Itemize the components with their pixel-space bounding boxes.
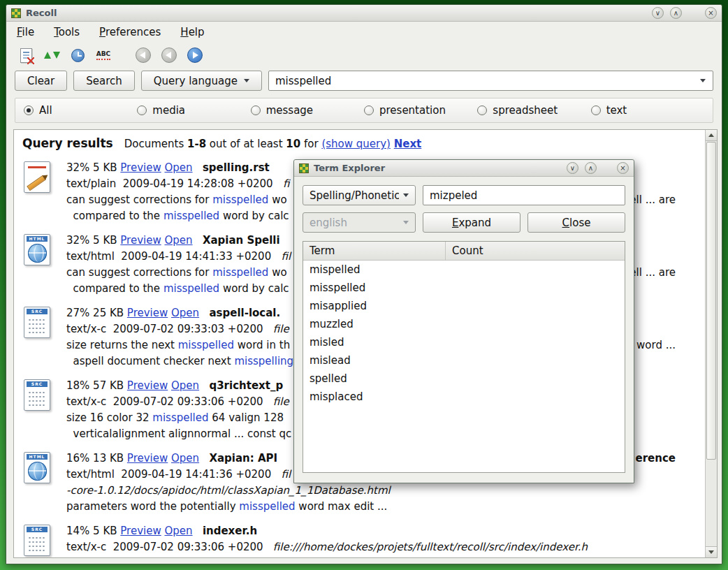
- open-link[interactable]: Open: [165, 161, 193, 174]
- query-language-button[interactable]: Query language: [141, 71, 262, 91]
- expand-button[interactable]: Expand: [423, 212, 520, 233]
- filter-presentation[interactable]: presentation: [364, 104, 477, 117]
- rolldown-button[interactable]: ∨: [567, 162, 578, 174]
- menu-file[interactable]: File: [17, 26, 34, 38]
- line-left: 16% 13 KB Preview Open Xapian: API: [66, 451, 277, 467]
- term-row[interactable]: mislead: [303, 351, 625, 370]
- term-row[interactable]: mispelled: [303, 261, 625, 279]
- preview-link[interactable]: Preview: [120, 525, 161, 537]
- text-segment: compared to the: [66, 282, 163, 295]
- term-row[interactable]: misapplied: [303, 297, 625, 315]
- text-segment: text/html 2009-04-19 14:41:36 +0200: [66, 468, 282, 481]
- term-column-header[interactable]: Term: [303, 242, 446, 260]
- menu-preferences[interactable]: Preferences: [99, 26, 161, 38]
- count-column-header[interactable]: Count: [446, 244, 625, 257]
- result-body: 14% 5 KB Preview Open indexer.htext/x-c …: [66, 523, 699, 556]
- preview-link[interactable]: Preview: [127, 307, 168, 319]
- text-segment: misspelling: [234, 355, 293, 367]
- text-segment: compared to the: [66, 210, 163, 222]
- rollup-button[interactable]: ∧: [670, 7, 682, 19]
- query-combobox-dropdown[interactable]: [696, 71, 710, 90]
- open-link[interactable]: Open: [171, 307, 199, 319]
- close-button[interactable]: Close: [527, 212, 625, 233]
- menu-help[interactable]: Help: [180, 26, 204, 38]
- scroll-up-button[interactable]: [706, 130, 717, 141]
- term-input[interactable]: mizpeled: [423, 185, 625, 205]
- filter-label: All: [39, 104, 52, 117]
- text-segment: misspelled: [178, 339, 234, 351]
- radio-icon: [137, 105, 147, 115]
- expansion-mode-value: Spelling/Phonetic: [310, 189, 399, 202]
- prev-page-icon[interactable]: [159, 45, 179, 65]
- result-title: spelling.rst: [203, 161, 270, 174]
- preview-link[interactable]: Preview: [120, 234, 161, 247]
- first-page-icon[interactable]: [133, 45, 153, 65]
- term-cell: misapplied: [310, 300, 446, 312]
- window-title: Recoll: [26, 8, 57, 18]
- menu-tools[interactable]: Tools: [54, 26, 80, 38]
- language-combobox[interactable]: english: [303, 212, 416, 233]
- text-segment: [193, 525, 203, 537]
- text-segment: for: [300, 138, 321, 150]
- next-page-link[interactable]: Next: [394, 138, 422, 150]
- dialog-titlebar[interactable]: Term Explorer ∨∧×: [294, 160, 634, 177]
- scrollbar-thumb[interactable]: [706, 142, 716, 460]
- filter-media[interactable]: media: [137, 104, 250, 117]
- show-query-link[interactable]: (show query): [321, 138, 391, 150]
- next-page-icon[interactable]: [185, 45, 205, 65]
- search-button[interactable]: Search: [73, 71, 135, 91]
- result-line: 14% 5 KB Preview Open indexer.h: [66, 523, 699, 539]
- term-cell: misspelled: [310, 282, 446, 294]
- scroll-down-button[interactable]: [706, 546, 717, 557]
- query-value: misspelled: [275, 75, 696, 87]
- spellcheck-icon[interactable]: ABC: [94, 45, 113, 65]
- line-right: erence: [636, 451, 676, 467]
- text-segment: can suggest corrections for: [66, 266, 212, 279]
- open-link[interactable]: Open: [171, 452, 199, 465]
- open-link[interactable]: Open: [165, 525, 193, 537]
- html-file-icon: HTML: [24, 233, 56, 297]
- term-row[interactable]: misplaced: [303, 388, 625, 406]
- query-combobox[interactable]: misspelled: [268, 71, 713, 91]
- filter-spreadsheet[interactable]: spreadsheet: [477, 104, 590, 117]
- result-title: aspell-local.: [209, 307, 280, 319]
- term-row[interactable]: misled: [303, 333, 625, 351]
- update-index-icon[interactable]: [42, 45, 61, 65]
- expansion-mode-combobox[interactable]: Spelling/Phonetic: [303, 185, 416, 205]
- preview-link[interactable]: Preview: [127, 452, 168, 465]
- text-segment: 18% 57 KB: [66, 379, 127, 392]
- clear-search-icon[interactable]: [16, 45, 36, 65]
- rollup-button[interactable]: ∧: [585, 162, 597, 174]
- text-segment: misspelled: [152, 411, 208, 424]
- term-cell: spelled: [310, 372, 446, 385]
- rolldown-button[interactable]: ∨: [652, 7, 664, 19]
- preview-link[interactable]: Preview: [120, 161, 161, 174]
- results-header: Query results Documents 1-8 out of at le…: [21, 133, 701, 156]
- open-link[interactable]: Open: [165, 234, 193, 247]
- filter-label: media: [152, 104, 185, 117]
- text-segment: word by calc: [219, 210, 289, 222]
- open-link[interactable]: Open: [171, 379, 199, 392]
- filter-text[interactable]: text: [591, 104, 704, 117]
- dialog-row-1: Spelling/Phonetic mizpeled: [303, 185, 625, 205]
- clear-button[interactable]: Clear: [15, 71, 67, 91]
- results-scrollbar[interactable]: [705, 130, 717, 557]
- close-button[interactable]: ×: [705, 7, 717, 19]
- result-title: Xapian: API: [209, 452, 277, 465]
- line-left: text/x-c 2009-07-02 09:33:03 +0200 file: [66, 321, 289, 337]
- line-left: -core-1.0.12/docs/apidoc/html/classXapia…: [66, 483, 391, 499]
- preview-link[interactable]: Preview: [127, 379, 168, 392]
- filter-message[interactable]: message: [251, 104, 364, 117]
- text-segment: [193, 161, 203, 174]
- titlebar[interactable]: Recoll ∨∧×: [6, 5, 722, 22]
- term-row[interactable]: misspelled: [303, 279, 625, 297]
- close-button[interactable]: ×: [617, 162, 629, 174]
- text-segment: -core-1.0.12/docs/apidoc/html/classXapia…: [66, 484, 391, 497]
- text-segment: text/html 2009-04-19 14:41:33 +0200: [66, 250, 282, 263]
- filter-all[interactable]: All: [24, 104, 137, 117]
- term-row[interactable]: muzzled: [303, 315, 625, 333]
- source-file-icon: SRC: [24, 523, 56, 556]
- history-icon[interactable]: [68, 45, 87, 65]
- term-row[interactable]: spelled: [303, 370, 625, 388]
- text-segment: text/plain 2009-04-19 14:28:08 +0200: [66, 177, 283, 190]
